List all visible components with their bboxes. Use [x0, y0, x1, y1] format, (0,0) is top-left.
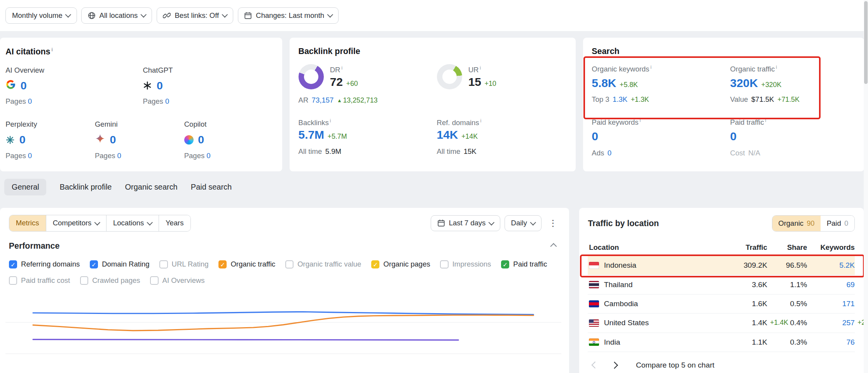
perplexity-pages-link[interactable]: 0	[28, 152, 32, 160]
ref-domains-value-link[interactable]: 14K	[437, 128, 458, 141]
monthly-volume-dropdown[interactable]: Monthly volume	[5, 7, 77, 23]
metric-checkbox-organic-traffic-value[interactable]: Organic traffic value	[285, 260, 362, 268]
metric-checkbox-ai-overviews[interactable]: AI Overviews	[150, 276, 204, 285]
metric-checkbox-crawled-pages[interactable]: Crawled pages	[80, 276, 140, 285]
ar-delta: 13,252,713	[337, 96, 378, 105]
ads-count-link[interactable]: 0	[608, 149, 611, 157]
info-icon[interactable]	[776, 64, 777, 70]
keywords-link[interactable]: 76	[846, 338, 854, 347]
gemini-count[interactable]: 0	[110, 133, 116, 146]
paid-keywords-block: Paid keywords 0 Ads0	[592, 117, 730, 157]
info-icon[interactable]	[330, 118, 331, 124]
backlinks-value-link[interactable]: 5.7M	[299, 128, 324, 141]
metric-checkbox-url-rating[interactable]: URL Rating	[159, 260, 208, 268]
top3-keywords-link[interactable]: 1.3K	[613, 95, 627, 104]
years-button[interactable]: Years	[159, 215, 190, 231]
competitors-dropdown[interactable]: Competitors	[46, 215, 107, 231]
keywords-link[interactable]: 171	[842, 300, 855, 308]
info-icon[interactable]	[341, 65, 342, 71]
tab-organic-search[interactable]: Organic search	[125, 179, 178, 195]
copilot-icon	[184, 135, 194, 145]
tab-backlink-profile[interactable]: Backlink profile	[59, 179, 112, 195]
metric-checkbox-domain-rating[interactable]: Domain Rating	[90, 260, 150, 268]
info-icon[interactable]	[480, 118, 481, 124]
keywords-link[interactable]: 5.2K	[839, 261, 855, 270]
tab-general[interactable]: General	[4, 179, 46, 195]
ai-citations-row-1: AI Overview 0 Pages 0 ChatGPT 0 Pages 0	[5, 66, 273, 106]
info-icon[interactable]	[51, 47, 53, 52]
ai-citations-row-2: Perplexity 0 Pages 0 Gemini 0 Pages 0	[5, 120, 273, 160]
url-rating-block: UR 15+10	[437, 64, 567, 105]
column-keywords: Keywords	[807, 243, 854, 252]
traffic-by-location-panel: Traffic by location Organic 90 Paid 0 Lo…	[579, 208, 864, 373]
performance-panel: Metrics Competitors Locations Years Last…	[0, 208, 569, 373]
tab-paid-search[interactable]: Paid search	[191, 179, 232, 195]
checkbox	[218, 260, 227, 268]
metric-checkbox-organic-pages[interactable]: Organic pages	[371, 260, 430, 268]
column-traffic: Traffic	[714, 243, 767, 252]
granularity-dropdown[interactable]: Daily	[505, 215, 541, 231]
ai-overview-pages-link[interactable]: 0	[28, 97, 32, 105]
backlinks-block: Backlinks 5.7M+5.7M All time5.9M	[299, 118, 437, 155]
previous-page-button[interactable]	[588, 359, 602, 371]
gemini-pages-link[interactable]: 0	[117, 152, 121, 160]
metric-checkbox-paid-traffic-cost[interactable]: Paid traffic cost	[9, 276, 70, 285]
performance-title: Performance	[9, 241, 60, 251]
metric-checkbox-organic-traffic[interactable]: Organic traffic	[218, 260, 275, 268]
info-icon[interactable]	[639, 117, 641, 123]
organic-toggle-button[interactable]: Organic 90	[772, 216, 821, 231]
link-icon	[163, 12, 171, 19]
changes-dropdown[interactable]: Changes: Last month	[238, 7, 339, 23]
next-page-button[interactable]	[608, 359, 622, 371]
ahrefs-rank-link[interactable]: 73,157	[312, 96, 334, 105]
best-links-dropdown[interactable]: Best links: Off	[157, 7, 234, 23]
locations-dropdown[interactable]: Locations	[107, 215, 159, 231]
calendar-icon	[437, 219, 445, 227]
ai-citations-title: AI citations	[5, 47, 273, 57]
dr-delta: +60	[346, 80, 358, 88]
copilot-count[interactable]: 0	[198, 133, 204, 146]
info-icon[interactable]	[480, 65, 481, 71]
paid-traffic-value-link[interactable]: 0	[730, 130, 737, 143]
keywords-link[interactable]: 257	[842, 319, 855, 327]
metrics-button[interactable]: Metrics	[9, 215, 46, 231]
info-icon[interactable]	[650, 64, 651, 70]
chevron-down-icon	[530, 220, 536, 225]
date-range-label: Last 7 days	[449, 219, 486, 227]
metric-checkbox-impressions[interactable]: Impressions	[440, 260, 491, 268]
traffic-value-amount: $71.5K	[751, 95, 774, 104]
organic-keywords-block: Organic keywords 5.8K+5.8K Top 31.3K+1.3…	[592, 64, 730, 104]
chevron-up-icon[interactable]	[550, 243, 557, 249]
paid-keywords-value-link[interactable]: 0	[592, 130, 598, 143]
organic-count-badge: 90	[807, 220, 815, 228]
flag-indonesia-icon	[589, 262, 599, 269]
search-title: Search	[592, 47, 855, 56]
date-range-dropdown[interactable]: Last 7 days	[431, 215, 500, 231]
column-share: Share	[767, 243, 807, 252]
compare-top5-link[interactable]: Compare top 5 on chart	[636, 361, 714, 370]
keywords-link[interactable]: 69	[846, 281, 854, 289]
checkbox	[80, 276, 88, 284]
more-options-kebab-icon[interactable]	[546, 218, 560, 228]
paid-toggle-button[interactable]: Paid 0	[821, 216, 854, 231]
table-row-cambodia: Cambodia 1.6K 0.5% 171	[588, 295, 854, 314]
organic-traffic-value-link[interactable]: 320K	[730, 77, 758, 90]
table-header-row: Location Traffic Share Keywords	[588, 239, 854, 256]
ref-domains-alltime-value: 15K	[464, 147, 477, 156]
performance-chart[interactable]	[9, 297, 560, 363]
table-row-thailand: Thailand 3.6K 1.1% 69	[588, 275, 854, 294]
chevron-left-icon	[591, 361, 599, 369]
metric-checkbox-paid-traffic[interactable]: Paid traffic	[501, 260, 547, 268]
scrollbar-thumb[interactable]	[864, 1, 868, 84]
copilot-pages-link[interactable]: 0	[206, 152, 210, 160]
chatgpt-count[interactable]: 0	[157, 79, 163, 92]
chatgpt-pages-link[interactable]: 0	[165, 97, 169, 105]
organic-keywords-value-link[interactable]: 5.8K	[592, 77, 616, 90]
metric-checkbox-referring-domains[interactable]: Referring domains	[9, 260, 80, 268]
traffic-by-location-title: Traffic by location	[588, 219, 659, 228]
info-icon[interactable]	[765, 117, 766, 123]
all-locations-dropdown[interactable]: All locations	[81, 7, 152, 23]
perplexity-count[interactable]: 0	[19, 133, 26, 146]
chatgpt-icon	[143, 81, 152, 90]
ai-overview-count[interactable]: 0	[21, 79, 27, 92]
